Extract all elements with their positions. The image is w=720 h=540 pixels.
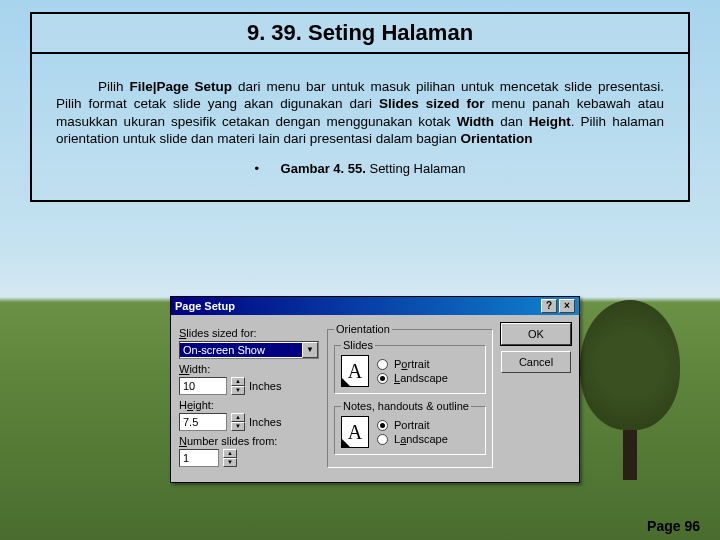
page-setup-dialog: Page Setup ? × Slides sized for: On-scre… (170, 296, 580, 483)
orientation-portrait-icon: A (341, 355, 369, 387)
orientation-group: Orientation Slides A Portrait Landscape (327, 323, 493, 468)
notes-portrait-radio[interactable]: Portrait (377, 419, 448, 431)
number-from-label: Number slides from: (179, 435, 319, 447)
chevron-down-icon[interactable]: ▼ (302, 342, 318, 358)
height-label: Height: (179, 399, 319, 411)
orientation-portrait-icon: A (341, 416, 369, 448)
notes-landscape-radio[interactable]: Landscape (377, 433, 448, 445)
slide-title: 9. 39. Seting Halaman (32, 14, 688, 54)
page-number: Page 96 (647, 518, 700, 534)
cancel-button[interactable]: Cancel (501, 351, 571, 373)
help-icon[interactable]: ? (541, 299, 557, 313)
slides-orientation-group: Slides A Portrait Landscape (334, 339, 486, 394)
notes-orientation-group: Notes, handouts & outline A Portrait Lan… (334, 400, 486, 455)
slide-frame: 9. 39. Seting Halaman Pilih File|Page Se… (30, 12, 690, 202)
dialog-title: Page Setup (175, 300, 539, 312)
close-icon[interactable]: × (559, 299, 575, 313)
slides-sized-combo[interactable]: On-screen Show ▼ (179, 341, 319, 359)
slide-body: Pilih File|Page Setup dari menu bar untu… (32, 54, 688, 200)
slides-sized-label: Slides sized for: (179, 327, 319, 339)
slides-landscape-radio[interactable]: Landscape (377, 372, 448, 384)
paragraph: Pilih File|Page Setup dari menu bar untu… (56, 78, 664, 148)
number-spinner[interactable]: ▲▼ (223, 449, 237, 467)
width-spinner[interactable]: ▲▼ (231, 377, 245, 395)
height-input[interactable]: 7.5 (179, 413, 227, 431)
ok-button[interactable]: OK (501, 323, 571, 345)
width-input[interactable]: 10 (179, 377, 227, 395)
background-tree (575, 300, 685, 480)
number-from-input[interactable]: 1 (179, 449, 219, 467)
slides-portrait-radio[interactable]: Portrait (377, 358, 448, 370)
width-label: Width: (179, 363, 319, 375)
dialog-titlebar[interactable]: Page Setup ? × (171, 297, 579, 315)
figure-caption: • Gambar 4. 55. Setting Halaman (56, 161, 664, 178)
height-spinner[interactable]: ▲▼ (231, 413, 245, 431)
